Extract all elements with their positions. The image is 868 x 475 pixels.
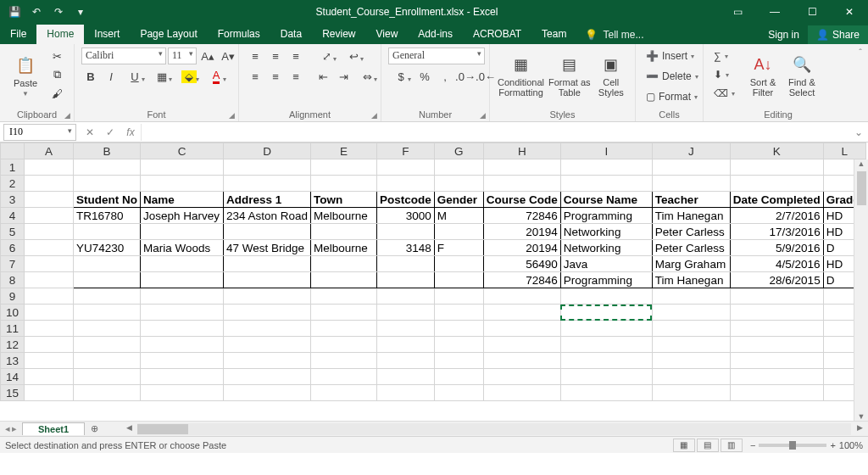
cell-C6[interactable]: Maria Woods: [141, 240, 224, 256]
col-header-E[interactable]: E: [311, 143, 377, 159]
cell-D2[interactable]: [224, 176, 311, 192]
cell-F15[interactable]: [377, 385, 435, 401]
cell-A5[interactable]: [25, 224, 74, 240]
cell-styles-button[interactable]: ▣ Cell Styles: [594, 48, 628, 103]
cell-A4[interactable]: [25, 208, 74, 224]
cell-H4[interactable]: 72846: [483, 208, 560, 224]
cell-J3[interactable]: Teacher: [652, 192, 730, 208]
tab-file[interactable]: File: [0, 25, 36, 44]
accounting-format-icon[interactable]: $: [388, 68, 414, 85]
cell-F7[interactable]: [377, 256, 435, 272]
cell-G4[interactable]: M: [434, 208, 483, 224]
fx-icon[interactable]: fx: [120, 126, 141, 138]
cell-J4[interactable]: Tim Hanegan: [652, 208, 730, 224]
cell-I7[interactable]: Java: [560, 256, 652, 272]
sign-in-link[interactable]: Sign in: [760, 25, 808, 44]
cell-D9[interactable]: [224, 288, 311, 305]
cell-C7[interactable]: [141, 256, 224, 272]
bold-button[interactable]: B: [81, 68, 100, 85]
maximize-button[interactable]: ☐: [793, 0, 831, 24]
enter-formula-icon[interactable]: ✓: [100, 126, 120, 138]
cell-I6[interactable]: Networking: [560, 240, 652, 256]
cell-E6[interactable]: Melbourne: [311, 240, 377, 256]
clear-button[interactable]: ⌫▾: [710, 85, 738, 102]
minimize-button[interactable]: —: [756, 0, 793, 24]
cell-G9[interactable]: [434, 288, 483, 305]
cell-K15[interactable]: [730, 385, 823, 401]
cell-B15[interactable]: [74, 385, 141, 401]
cell-A14[interactable]: [25, 369, 74, 385]
cell-C4[interactable]: Joseph Harvey: [141, 208, 224, 224]
cell-K2[interactable]: [730, 176, 823, 192]
dialog-launcher-icon[interactable]: ◢: [229, 111, 235, 120]
save-icon[interactable]: 💾: [5, 3, 24, 21]
underline-button[interactable]: U: [122, 68, 147, 85]
cell-C10[interactable]: [141, 305, 224, 321]
increase-font-icon[interactable]: A▴: [198, 48, 217, 64]
cell-J14[interactable]: [652, 369, 730, 385]
cell-A2[interactable]: [25, 176, 74, 192]
cell-E4[interactable]: Melbourne: [311, 208, 377, 224]
dialog-launcher-icon[interactable]: ◢: [371, 111, 377, 120]
col-header-K[interactable]: K: [730, 143, 823, 159]
align-left-icon[interactable]: ≡: [246, 68, 264, 85]
row-header-4[interactable]: 4: [1, 208, 25, 224]
row-header-9[interactable]: 9: [1, 288, 25, 305]
cell-F9[interactable]: [377, 288, 435, 305]
cell-B11[interactable]: [74, 321, 141, 337]
cell-F5[interactable]: [377, 224, 435, 240]
row-header-5[interactable]: 5: [1, 224, 25, 240]
col-header-C[interactable]: C: [141, 143, 224, 159]
row-header-14[interactable]: 14: [1, 369, 25, 385]
cell-E11[interactable]: [311, 321, 377, 337]
undo-icon[interactable]: ↶: [27, 3, 46, 21]
tab-team[interactable]: Team: [531, 25, 576, 44]
collapse-ribbon-icon[interactable]: ˆ: [853, 44, 868, 121]
cell-C13[interactable]: [141, 353, 224, 369]
col-header-H[interactable]: H: [483, 143, 560, 159]
cell-G2[interactable]: [434, 176, 483, 192]
cell-B7[interactable]: [74, 256, 141, 272]
row-header-15[interactable]: 15: [1, 385, 25, 401]
cell-E13[interactable]: [311, 353, 377, 369]
cell-D7[interactable]: [224, 256, 311, 272]
col-header-J[interactable]: J: [652, 143, 730, 159]
autosum-button[interactable]: ∑▾: [710, 48, 738, 64]
zoom-slider[interactable]: [759, 444, 826, 447]
cell-F13[interactable]: [377, 353, 435, 369]
increase-decimal-icon[interactable]: .0→: [456, 68, 475, 85]
align-right-icon[interactable]: ≡: [287, 68, 305, 85]
cell-J13[interactable]: [652, 353, 730, 369]
orientation-icon[interactable]: ⤢: [314, 48, 339, 64]
cell-H12[interactable]: [483, 337, 560, 353]
sheet-nav-last-icon[interactable]: ▸: [12, 423, 17, 434]
row-header-1[interactable]: 1: [1, 159, 25, 176]
close-button[interactable]: ✕: [831, 0, 868, 24]
cell-A9[interactable]: [25, 288, 74, 305]
row-header-11[interactable]: 11: [1, 321, 25, 337]
align-middle-icon[interactable]: ≡: [266, 48, 285, 64]
hscroll-thumb[interactable]: [137, 424, 188, 434]
paste-button[interactable]: 📋 Paste ▼: [7, 48, 44, 103]
normal-view-icon[interactable]: ▦: [673, 439, 695, 452]
cell-D10[interactable]: [224, 305, 311, 321]
cell-J5[interactable]: Peter Carless: [652, 224, 730, 240]
cell-F10[interactable]: [377, 305, 435, 321]
col-header-G[interactable]: G: [434, 143, 483, 159]
wrap-text-icon[interactable]: ↩: [341, 48, 366, 64]
cell-F12[interactable]: [377, 337, 435, 353]
page-layout-view-icon[interactable]: ▤: [697, 439, 719, 452]
dialog-launcher-icon[interactable]: ◢: [480, 111, 486, 120]
cell-D8[interactable]: [224, 272, 311, 288]
tab-formulas[interactable]: Formulas: [208, 25, 270, 44]
cell-J8[interactable]: Tim Hanegan: [652, 272, 730, 288]
cell-B3[interactable]: Student No: [74, 192, 141, 208]
cell-H1[interactable]: [483, 159, 560, 176]
col-header-A[interactable]: A: [25, 143, 74, 159]
cell-I8[interactable]: Programming: [560, 272, 652, 288]
cell-K5[interactable]: 17/3/2016: [730, 224, 823, 240]
col-header-I[interactable]: I: [560, 143, 652, 159]
cell-B4[interactable]: TR16780: [74, 208, 141, 224]
fill-button[interactable]: ⬇▾: [710, 66, 738, 83]
cell-D11[interactable]: [224, 321, 311, 337]
